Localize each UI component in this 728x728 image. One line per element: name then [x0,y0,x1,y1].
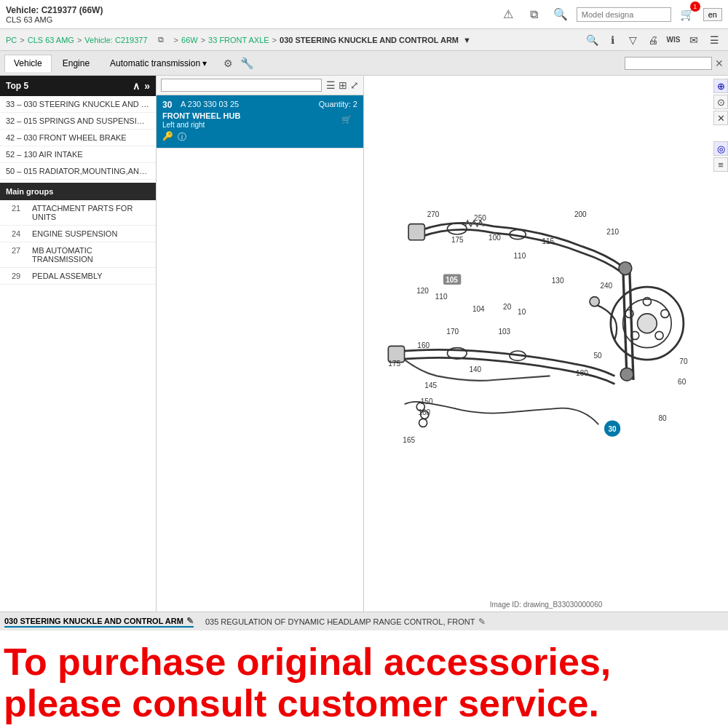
svg-text:100: 100 [488,234,501,242]
breadcrumb-current: 030 STEERING KNUCKLE AND CONTROL ARM [280,36,459,44]
sidebar-item-5[interactable]: 50 – 015 RADIATOR,MOUNTING,AND C... [0,163,156,180]
bottom-tab-035[interactable]: 035 REGULATION OF DYNAMIC HEADLAMP RANGE… [205,617,486,627]
breadcrumb-vehicle[interactable]: Vehicle: C219377 [84,36,147,44]
parts-panel: ☰ ⊞ ⤢ 30 A 230 330 03 25 Quantity: 2 FRO… [157,76,728,612]
parts-search-input[interactable] [161,79,322,92]
print-icon[interactable]: 🖨 [645,32,661,48]
tab-vehicle[interactable]: Vehicle [4,55,52,72]
zoom-fit-icon[interactable]: ⊙ [713,95,728,109]
tab-engine[interactable]: Engine [53,55,99,72]
filter-icon[interactable]: ▽ [625,32,641,48]
svg-text:140: 140 [469,365,481,373]
svg-text:103: 103 [498,328,510,336]
bottom-tab-030[interactable]: 030 STEERING KNUCKLE AND CONTROL ARM ✎ [4,616,194,628]
warning-icon[interactable]: ⚠ [498,4,518,25]
search-icon-small[interactable]: 🔍 [550,4,571,25]
diagram-tool-5[interactable]: ≡ [713,157,728,172]
close-diagram-icon[interactable]: ✕ [713,111,728,125]
email-icon[interactable]: ✉ [686,32,702,48]
parts-list-header: ☰ ⊞ ⤢ [157,76,363,95]
svg-text:130: 130 [552,277,564,285]
svg-text:175: 175 [388,360,400,368]
svg-text:105: 105 [446,276,458,284]
svg-text:165: 165 [403,436,415,444]
sidebar: Top 5 ∧ » 33 – 030 STEERING KNUCKLE AND … [0,76,157,612]
language-button[interactable]: en [703,8,722,21]
svg-text:240: 240 [600,282,612,290]
content-area: ☰ ⊞ ⤢ 30 A 230 330 03 25 Quantity: 2 FRO… [157,76,728,612]
info-icon[interactable]: ℹ [604,32,620,48]
svg-text:170: 170 [446,328,459,336]
list-icon[interactable]: ☰ [326,79,336,91]
diagram-area: ⊕ ⊙ ✕ ◎ ≡ [364,76,728,612]
svg-text:145: 145 [424,381,437,389]
nav-search-area: ✕ [625,57,724,70]
svg-text:210: 210 [606,228,619,236]
key-icon[interactable]: 🔑 [162,131,173,143]
svg-text:160: 160 [417,341,430,349]
tab-automatic-transmission[interactable]: Automatic transmission ▾ [100,55,216,72]
group-item-24[interactable]: 24 ENGINE SUSPENSION [0,226,156,242]
wis-icon[interactable]: WIS [665,32,681,48]
grid-icon[interactable]: ⊞ [339,79,347,91]
group-item-29[interactable]: 29 PEDAL ASSEMBLY [0,268,156,285]
sidebar-item-4[interactable]: 52 – 130 AIR INTAKE [0,146,156,163]
parts-list: ☰ ⊞ ⤢ 30 A 230 330 03 25 Quantity: 2 FRO… [157,76,364,612]
copy-icon[interactable]: ⧉ [524,4,545,25]
svg-text:10: 10 [518,308,526,316]
edit-icon-2[interactable]: ✎ [478,617,486,627]
part-row-30[interactable]: 30 A 230 330 03 25 Quantity: 2 FRONT WHE… [157,95,363,149]
svg-point-9 [619,262,632,275]
svg-text:175: 175 [451,236,464,244]
settings-icon[interactable]: ⚙ [223,58,233,69]
vehicle-copy-icon[interactable]: ⧉ [151,30,171,50]
svg-text:120: 120 [416,287,429,295]
group-item-21[interactable]: 21 ATTACHMENT PARTS FOR UNITS [0,200,156,226]
sidebar-item-3[interactable]: 42 – 030 FRONT WHEEL BRAKE [0,130,156,146]
group-item-27[interactable]: 27 MB AUTOMATIC TRANSMISSION [0,242,156,268]
sidebar-item-2[interactable]: 32 – 015 SPRINGS AND SUSPENSION,... [0,113,156,130]
model-search-input[interactable] [577,7,671,22]
vehicle-info: Vehicle: C219377 (66W) CLS 63 AMG [6,5,103,24]
image-id-label: Image ID: drawing_B33030000060 [490,601,603,609]
add-to-cart-button[interactable]: 🛒 [336,114,357,126]
breadcrumb-pc[interactable]: PC [6,36,17,44]
diagram-tool-4[interactable]: ◎ [713,141,728,156]
breadcrumb-dropdown[interactable]: ▼ [463,36,471,44]
svg-text:115: 115 [542,237,554,245]
watermark-line1: To purchase original accessories, [4,641,724,683]
top5-label: Top 5 [6,81,28,91]
breadcrumb-66w[interactable]: 66W [181,36,198,44]
svg-point-17 [590,297,599,306]
breadcrumb-cls[interactable]: CLS 63 AMG [28,36,74,44]
vehicle-line2: CLS 63 AMG [6,15,103,24]
sidebar-item-1[interactable]: 33 – 030 STEERING KNUCKLE AND CO... [0,96,156,113]
breadcrumb-front-axle[interactable]: 33 FRONT AXLE [208,36,269,44]
menu-icon[interactable]: ☰ [706,32,722,48]
svg-text:180: 180 [576,369,588,377]
breadcrumb-bar: PC > CLS 63 AMG > Vehicle: C219377 ⧉ > 6… [0,29,728,51]
zoom-in-icon[interactable]: ⊕ [713,79,728,93]
breadcrumb-toolbar: 🔍 ℹ ▽ 🖨 WIS ✉ ☰ [584,32,722,48]
svg-text:104: 104 [472,305,485,313]
diagram-svg: 270 200 250 210 175 100 115 105 [364,76,728,612]
collapse-icon[interactable]: ∧ [132,80,140,92]
expand-icon[interactable]: » [144,80,150,92]
info-circle-icon[interactable]: ⓘ [178,131,186,143]
nav-close-icon[interactable]: ✕ [715,58,724,69]
wrench-icon[interactable]: 🔧 [240,57,254,70]
svg-text:70: 70 [679,357,688,365]
svg-text:250: 250 [474,214,486,222]
cart-badge: 1 [690,1,700,12]
main-groups-label: Main groups [6,187,53,196]
svg-rect-11 [408,224,424,240]
vehicle-line1: Vehicle: C219377 (66W) [6,5,103,15]
svg-text:110: 110 [435,293,448,301]
svg-text:80: 80 [658,414,667,422]
edit-icon-1[interactable]: ✎ [186,616,194,626]
zoom-icon[interactable]: 🔍 [584,32,600,48]
nav-search-input[interactable] [625,57,712,70]
cart-icon[interactable]: 🛒 1 [677,4,697,25]
expand-list-icon[interactable]: ⤢ [350,79,359,91]
svg-point-3 [638,314,657,333]
